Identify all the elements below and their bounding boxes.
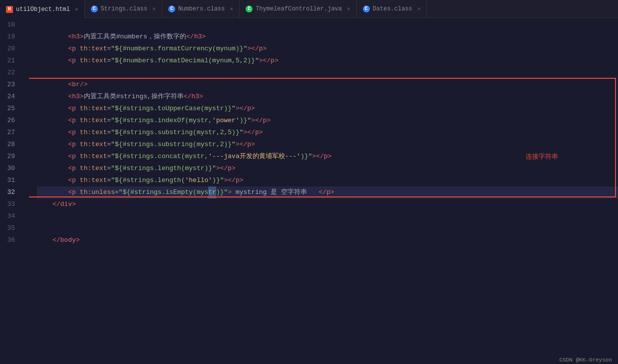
tab-icon-html: H <box>6 6 13 13</box>
fold-30 <box>19 162 29 174</box>
line-number-25: 25 <box>0 103 15 115</box>
line-number-32: 32 <box>0 186 15 198</box>
close-tab-numbers[interactable]: ✕ <box>230 5 234 12</box>
code-line-33: </div> <box>37 198 618 210</box>
line-number-33: 33 <box>0 198 15 210</box>
fold-33 <box>19 197 29 209</box>
fold-34 <box>19 209 29 221</box>
tab-label-thymeleaf: ThymeleafController.java <box>256 5 342 12</box>
tab-strings[interactable]: C Strings.class ✕ <box>85 0 162 18</box>
fold-23 <box>19 78 29 90</box>
fold-18 <box>19 18 29 30</box>
editor: 18192021222324252627282930313233343536 <… <box>0 18 618 364</box>
line-number-22: 22 <box>0 67 15 79</box>
fold-19 <box>19 30 29 42</box>
tab-icon-dates: C <box>363 5 370 12</box>
tab-utilObject[interactable]: H utilObject.html ✕ <box>0 0 85 18</box>
fold-29 <box>19 150 29 162</box>
fold-25 <box>19 102 29 114</box>
tab-bar: H utilObject.html ✕ C Strings.class ✕ C … <box>0 0 618 18</box>
line-number-30: 30 <box>0 163 15 175</box>
tab-icon-numbers: C <box>168 5 175 12</box>
fold-27 <box>19 126 29 138</box>
fold-column <box>19 18 29 364</box>
tab-label-strings: Strings.class <box>101 5 148 12</box>
tab-icon-thymeleaf: C <box>246 5 253 12</box>
tab-dates[interactable]: C Dates.class ✕ <box>357 0 427 18</box>
line-number-24: 24 <box>0 91 15 103</box>
fold-36 <box>19 233 29 245</box>
tab-icon-strings: C <box>91 5 98 12</box>
code-line-22 <box>37 67 618 79</box>
fold-28 <box>19 138 29 150</box>
close-tab-utilObject[interactable]: ✕ <box>75 6 78 12</box>
tab-label-dates: Dates.class <box>373 5 412 12</box>
close-tab-thymeleaf[interactable]: ✕ <box>347 5 350 12</box>
fold-20 <box>19 42 29 54</box>
fold-26 <box>19 114 29 126</box>
code-content[interactable]: <h3>内置工具类#numbers，操作数字的</h3> <p th:text=… <box>29 18 618 364</box>
code-line-23: <br/> <box>37 79 618 91</box>
line-number-27: 27 <box>0 127 15 139</box>
line-number-20: 20 <box>0 43 15 55</box>
tab-label-numbers: Numbers.class <box>178 5 225 12</box>
code-line-32: <p th:unless="${#strings.isEmpty(mystr)}… <box>37 186 618 198</box>
code-line-31: <p th:text="${#strings.length('hello')}"… <box>37 175 618 186</box>
csdn-label: CSDN @KK-Greyson <box>559 357 612 363</box>
code-line-29: <p th:text="${#strings.concat(mystr,'---… <box>37 151 618 163</box>
tab-thymeleaf[interactable]: C ThymeleafController.java ✕ <box>240 0 356 18</box>
tab-numbers[interactable]: C Numbers.class ✕ <box>162 0 240 18</box>
code-line-21: <p th:text="${#numbers.formatDecimal(myn… <box>37 55 618 67</box>
code-line-18 <box>37 19 618 31</box>
code-line-36: </body> <box>37 234 618 246</box>
code-line-35 <box>37 222 618 234</box>
close-tab-strings[interactable]: ✕ <box>152 5 156 12</box>
code-line-27: <p th:text="${#strings.substring(mystr,2… <box>37 127 618 139</box>
line-number-26: 26 <box>0 115 15 127</box>
line-number-18: 18 <box>0 19 15 31</box>
line-number-35: 35 <box>0 222 15 234</box>
line-number-29: 29 <box>0 151 15 163</box>
line-number-31: 31 <box>0 175 15 186</box>
line-number-23: 23 <box>0 79 15 91</box>
line-numbers: 18192021222324252627282930313233343536 <box>0 18 19 364</box>
code-line-30: <p th:text="${#strings.length(mystr)}"><… <box>37 163 618 175</box>
close-tab-dates[interactable]: ✕ <box>417 5 421 12</box>
code-line-34 <box>37 210 618 222</box>
code-line-24: <h3>内置工具类#strings,操作字符串</h3> <box>37 91 618 103</box>
line-number-19: 19 <box>0 31 15 43</box>
fold-22 <box>19 66 29 78</box>
fold-32 <box>19 185 29 197</box>
line-number-36: 36 <box>0 234 15 246</box>
code-line-26: <p th:text="${#strings.indexOf(mystr,'po… <box>37 115 618 127</box>
annotation-concat: 连接字符串 <box>526 151 558 163</box>
fold-21 <box>19 54 29 66</box>
code-line-19: <h3>内置工具类#numbers，操作数字的</h3> <box>37 31 618 43</box>
fold-24 <box>19 90 29 102</box>
fold-31 <box>19 174 29 185</box>
code-line-20: <p th:text="${#numbers.formatCurrency(my… <box>37 43 618 55</box>
fold-35 <box>19 221 29 233</box>
line-number-21: 21 <box>0 55 15 67</box>
tab-label-utilObject: utilObject.html <box>16 6 70 13</box>
code-line-28: <p th:text="${#strings.substring(mystr,2… <box>37 139 618 151</box>
code-line-25: <p th:text="${#strings.toUpperCase(mystr… <box>37 103 618 115</box>
line-number-28: 28 <box>0 139 15 151</box>
bottom-bar: CSDN @KK-Greyson <box>553 356 618 364</box>
line-number-34: 34 <box>0 210 15 222</box>
